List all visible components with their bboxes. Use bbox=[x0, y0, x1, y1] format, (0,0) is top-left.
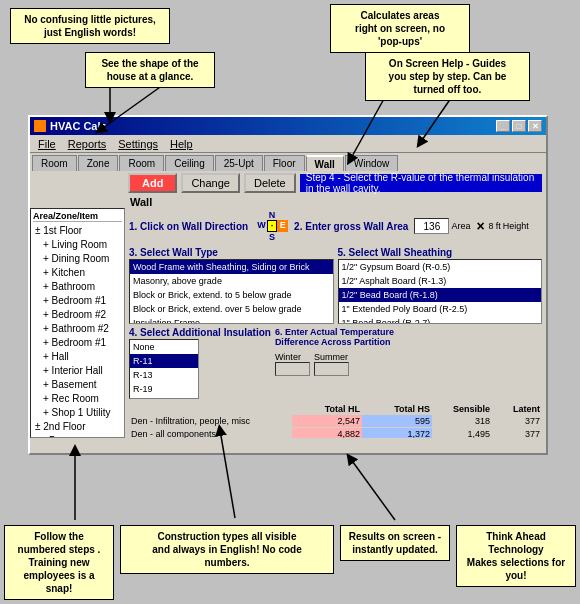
wall-type-section: 3. Select Wall Type Wood Frame with Shea… bbox=[129, 246, 334, 324]
step4-6-row: 4. Select Additional Insulation None R-1… bbox=[129, 326, 542, 399]
tabs-row: Room Zone Room Ceiling 25-Upt Floor Wall… bbox=[30, 153, 546, 171]
callout-follow-steps: Follow thenumbered steps .Training newem… bbox=[4, 525, 114, 600]
summer-input[interactable] bbox=[314, 362, 349, 376]
tree-bedroom1[interactable]: + Bedroom #1 bbox=[33, 294, 122, 308]
sheathing-list[interactable]: 1/2" Gypsum Board (R-0.5) 1/2" Asphalt B… bbox=[338, 259, 543, 324]
menu-help[interactable]: Help bbox=[164, 137, 199, 151]
wall-type-list[interactable]: Wood Frame with Sheathing, Siding or Bri… bbox=[129, 259, 334, 324]
wall-type-item-4[interactable]: Insulation Frame bbox=[130, 316, 333, 324]
center-dot: · bbox=[267, 220, 278, 232]
tab-ceiling[interactable]: Ceiling bbox=[165, 155, 214, 171]
tree-bathroom2[interactable]: + Bathroom #2 bbox=[33, 322, 122, 336]
east-label[interactable]: E bbox=[277, 220, 288, 232]
winter-group: Winter bbox=[275, 352, 310, 376]
callout-results: Results on screen -instantly updated. bbox=[340, 525, 450, 561]
tab-room2[interactable]: Room bbox=[119, 155, 164, 171]
tree-shop[interactable]: + Shop 1 Utility bbox=[33, 406, 122, 420]
ins-item-none[interactable]: None bbox=[130, 340, 198, 354]
step1-label: 1. Click on Wall Direction bbox=[129, 220, 248, 233]
sheathing-item-4[interactable]: 1" Bead Board (R-2.7) bbox=[339, 316, 542, 324]
table-row-2: Den - all components 4,882 1,372 1,495 3… bbox=[129, 428, 542, 438]
compass-grid: N W · E S bbox=[256, 210, 288, 242]
ins-item-r27[interactable]: R-27 bbox=[130, 396, 198, 399]
tree-kitchen[interactable]: + Kitchen bbox=[33, 266, 122, 280]
tree-living-room[interactable]: + Living Room bbox=[33, 238, 122, 252]
sheathing-item-2[interactable]: 1/2" Bead Board (R-1.8) bbox=[339, 288, 542, 302]
area-unit: Area bbox=[451, 221, 470, 231]
window-title: HVAC Calc bbox=[50, 120, 107, 132]
compass-area: N W · E S bbox=[256, 210, 288, 242]
title-bar-left: HVAC Calc bbox=[34, 120, 107, 132]
height-unit: ft bbox=[496, 221, 501, 231]
row2-total-hl: 4,882 bbox=[292, 428, 362, 438]
tree-interior-hall[interactable]: + Interior Hall bbox=[33, 364, 122, 378]
callout-see-shape: See the shape of thehouse at a glance. bbox=[85, 52, 215, 88]
tree-dining-room[interactable]: + Dining Room bbox=[33, 252, 122, 266]
sheathing-section: 5. Select Wall Sheathing 1/2" Gypsum Boa… bbox=[338, 246, 543, 324]
tree-bedroom2[interactable]: + Bedroom #2 bbox=[33, 308, 122, 322]
table-row-1: Den - Infiltration, people, misc 2,547 5… bbox=[129, 415, 542, 427]
wall-section-label: Wall bbox=[30, 195, 546, 208]
tab-floor[interactable]: Floor bbox=[264, 155, 305, 171]
wall-type-item-2[interactable]: Block or Brick, extend. to 5 below grade bbox=[130, 288, 333, 302]
ins-item-r13[interactable]: R-13 bbox=[130, 368, 198, 382]
winter-input[interactable] bbox=[275, 362, 310, 376]
step2-label: 2. Enter gross Wall Area bbox=[294, 220, 408, 233]
west-label[interactable]: W bbox=[256, 220, 267, 232]
tab-wall[interactable]: Wall bbox=[306, 155, 344, 171]
row1-total-hs: 595 bbox=[362, 415, 432, 427]
sheathing-item-1[interactable]: 1/2" Asphalt Board (R-1.3) bbox=[339, 274, 542, 288]
insulation-list[interactable]: None R-11 R-13 R-19 R-27 R-30 R-33 bbox=[129, 339, 199, 399]
sheathing-item-3[interactable]: 1" Extended Poly Board (R-2.5) bbox=[339, 302, 542, 316]
tree-hall[interactable]: + Hall bbox=[33, 350, 122, 364]
row1-label: Den - Infiltration, people, misc bbox=[129, 415, 292, 427]
tree-den[interactable]: - Den bbox=[33, 434, 122, 438]
delete-button[interactable]: Delete bbox=[244, 173, 296, 193]
tree-header: Area/Zone/Item bbox=[33, 211, 122, 222]
step3-label: 3. Select Wall Type bbox=[129, 246, 334, 259]
sidebar-tree[interactable]: Area/Zone/Item ± 1st Floor + Living Room… bbox=[30, 208, 125, 438]
toolbar-row: Add Change Delete Step 4 - Select the R-… bbox=[30, 171, 546, 195]
close-button[interactable]: ✕ bbox=[528, 120, 542, 132]
tree-1st-floor[interactable]: ± 1st Floor bbox=[33, 224, 122, 238]
table-header: Total HL Total HS Sensible Latent bbox=[129, 403, 542, 415]
temp-inputs: Winter Summer bbox=[275, 352, 542, 376]
tree-basement[interactable]: + Basement bbox=[33, 378, 122, 392]
menu-settings[interactable]: Settings bbox=[112, 137, 164, 151]
row1-total-hl: 2,547 bbox=[292, 415, 362, 427]
svg-line-5 bbox=[350, 458, 395, 520]
tab-25upt[interactable]: 25-Upt bbox=[215, 155, 263, 171]
wall-type-item-1[interactable]: Masonry, above grade bbox=[130, 274, 333, 288]
menu-file[interactable]: File bbox=[32, 137, 62, 151]
tree-bedroom1b[interactable]: + Bedroom #1 bbox=[33, 336, 122, 350]
step4-label: 4. Select Additional Insulation bbox=[129, 326, 271, 339]
menu-reports[interactable]: Reports bbox=[62, 137, 113, 151]
ins-item-r11[interactable]: R-11 bbox=[130, 354, 198, 368]
ins-item-r19[interactable]: R-19 bbox=[130, 382, 198, 396]
tab-room1[interactable]: Room bbox=[32, 155, 77, 171]
tab-window[interactable]: Window bbox=[345, 155, 399, 171]
col-total-hs: Total HS bbox=[360, 404, 430, 414]
tab-zone[interactable]: Zone bbox=[78, 155, 119, 171]
title-bar: HVAC Calc _ □ ✕ bbox=[30, 117, 546, 135]
change-button[interactable]: Change bbox=[181, 173, 240, 193]
tree-rec-room[interactable]: + Rec Room bbox=[33, 392, 122, 406]
north-label[interactable]: N bbox=[267, 210, 278, 220]
hvac-window: HVAC Calc _ □ ✕ File Reports Settings He… bbox=[28, 115, 548, 455]
wall-type-item-3[interactable]: Block or Brick, extend. over 5 below gra… bbox=[130, 302, 333, 316]
tree-2nd-floor[interactable]: ± 2nd Floor bbox=[33, 420, 122, 434]
sheathing-item-0[interactable]: 1/2" Gypsum Board (R-0.5) bbox=[339, 260, 542, 274]
summer-label: Summer bbox=[314, 352, 349, 362]
area-input[interactable] bbox=[414, 218, 449, 234]
south-label[interactable]: S bbox=[267, 232, 278, 242]
col-label bbox=[131, 404, 290, 414]
insulation-section: 4. Select Additional Insulation None R-1… bbox=[129, 326, 271, 399]
summer-group: Summer bbox=[314, 352, 349, 376]
winter-label: Winter bbox=[275, 352, 310, 362]
wall-type-item-0[interactable]: Wood Frame with Sheathing, Siding or Bri… bbox=[130, 260, 333, 274]
minimize-button[interactable]: _ bbox=[496, 120, 510, 132]
add-button[interactable]: Add bbox=[128, 173, 177, 193]
tree-bathroom[interactable]: + Bathroom bbox=[33, 280, 122, 294]
maximize-button[interactable]: □ bbox=[512, 120, 526, 132]
bottom-callouts: Follow thenumbered steps .Training newem… bbox=[4, 525, 576, 600]
